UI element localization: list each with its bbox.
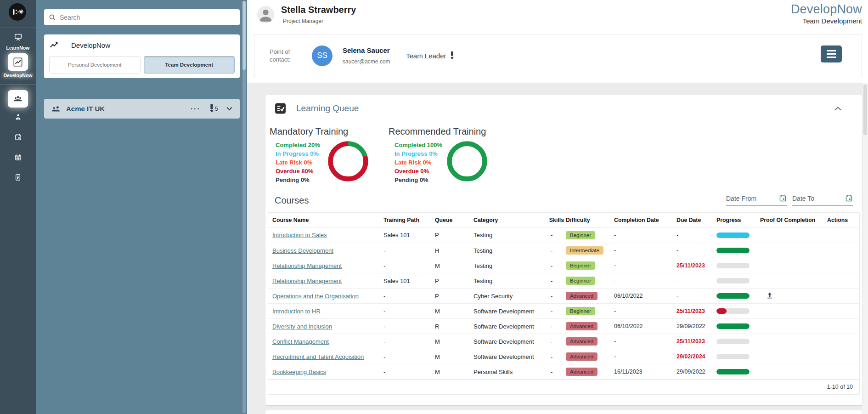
legend-late-risk: Late Risk 0% [276, 158, 323, 167]
team-row-acme-it-uk[interactable]: Acme IT UK ··· 5 [44, 99, 240, 119]
brand-subtitle: Team Development [791, 17, 862, 25]
training-path-cell: - [383, 293, 435, 300]
skills-cell: - [547, 293, 566, 300]
progress-bar [716, 339, 750, 344]
content-region: Learning Queue Mandatory TrainingComplet… [247, 83, 868, 414]
team-leader-medal-icon [450, 51, 455, 60]
table-row: Diversity and Inclusion - R Software Dev… [268, 318, 859, 334]
category-cell: Software Development [473, 308, 547, 315]
courses-title: Courses [275, 195, 309, 206]
vertical-scrollbar[interactable] [862, 83, 868, 414]
chevron-down-icon[interactable] [226, 107, 232, 111]
progress-bar [716, 233, 750, 238]
team-people-icon [8, 90, 28, 108]
training-path-cell: - [383, 247, 435, 254]
queue-cell: R [435, 323, 473, 330]
course-name-link[interactable]: Diversity and Inclusion [272, 323, 332, 330]
calendar-icon [14, 133, 22, 141]
course-name-link[interactable]: Introduction to HR [272, 308, 321, 315]
due-date-cell: 25/11/2023 [676, 308, 716, 314]
completion-date-cell: - [614, 338, 676, 345]
course-name-link[interactable]: Introduction to Sales [272, 232, 327, 238]
app-logo[interactable] [9, 3, 26, 21]
course-name-link[interactable]: Relationship Management [272, 278, 342, 284]
rail-item-developnow[interactable]: DevelopNow [0, 53, 36, 78]
column-header-queue: Queue [435, 217, 473, 223]
course-name-link[interactable]: Recruitment and Talent Acquisition [272, 353, 364, 360]
sidebar: DevelopNow Personal Development Team Dev… [36, 0, 247, 414]
rail-item-learnnow[interactable]: LearnNow [0, 33, 36, 51]
learning-queue-title: Learning Queue [296, 103, 359, 113]
progress-bar-fill [716, 233, 750, 238]
queue-cell: P [435, 278, 473, 284]
rail-item-documents[interactable] [0, 174, 36, 181]
legend-in-progress: In Progress 0% [395, 149, 442, 158]
course-name-link[interactable]: Relationship Management [272, 262, 342, 269]
difficulty-badge: Beginner [566, 261, 595, 270]
table-row: Bookkeeping Basics - M Personal Skills -… [268, 364, 859, 379]
brand-title: DevelopNow [791, 2, 862, 17]
category-cell: Personal Skills [473, 369, 547, 375]
toggle-team-development[interactable]: Team Development [144, 56, 235, 74]
nav-rail: LearnNow DevelopNow [0, 0, 36, 414]
course-name-link[interactable]: Business Development [272, 247, 333, 254]
app-root: LearnNow DevelopNow [0, 0, 868, 414]
donut-chart [326, 139, 370, 183]
team-menu-ellipsis[interactable]: ··· [191, 105, 201, 113]
due-date-cell: - [676, 247, 716, 254]
column-header-proof-of-completion: Proof Of Completion [760, 217, 827, 223]
main-area: Stella Strawberry Project Manager Develo… [247, 0, 868, 414]
difficulty-badge: Advanced [566, 292, 597, 300]
calendar-icon [779, 194, 787, 202]
toggle-personal-development[interactable]: Personal Development [49, 56, 141, 74]
rail-item-calendar[interactable] [0, 133, 36, 141]
collapse-section-button[interactable] [834, 107, 841, 111]
date-from-label: Date From [726, 195, 756, 202]
scrollbar-thumb[interactable] [863, 85, 867, 135]
queue-cell: M [435, 338, 473, 345]
team-medal-count[interactable]: 5 [209, 104, 218, 113]
sidebar-scrollbar-thumb[interactable] [242, 1, 246, 70]
legend-pending: Pending 0% [276, 176, 323, 184]
app-logo-icon [9, 3, 26, 21]
skills-cell: - [547, 353, 566, 360]
search-input[interactable] [60, 14, 235, 21]
menu-hamburger-button[interactable] [821, 45, 842, 62]
learning-queue-card: Learning Queue Mandatory TrainingComplet… [265, 95, 862, 405]
queue-cell: M [435, 369, 473, 375]
rail-item-trainer[interactable] [0, 113, 36, 121]
rail-item-team-development[interactable] [0, 90, 36, 108]
table-row: Recruitment and Talent Acquisition - M S… [268, 349, 859, 364]
column-header-completion-date: Completion Date [614, 217, 676, 223]
next-section-card-edge [265, 410, 862, 414]
chart-legend: Completed 100%In Progress 0%Late Risk 0%… [395, 139, 442, 184]
difficulty-badge: Beginner [566, 231, 595, 239]
category-cell: Testing [473, 232, 547, 238]
courses-table: Course NameTraining PathQueueCategorySki… [268, 212, 860, 395]
course-name-link[interactable]: Bookkeeping Basics [272, 369, 326, 375]
completion-date-cell: 06/10/2022 [614, 323, 676, 329]
date-from-field[interactable]: Date From [726, 194, 787, 206]
rail-item-schedule[interactable] [0, 153, 36, 161]
queue-cell: H [435, 247, 473, 254]
category-cell: Testing [473, 278, 547, 284]
upload-proof-icon[interactable] [766, 291, 774, 300]
training-path-cell: Sales 101 [383, 232, 435, 238]
difficulty-badge: Advanced [566, 337, 597, 346]
course-name-link[interactable]: Operations and the Organisation [272, 293, 359, 300]
course-name-link[interactable]: Conflict Management [272, 338, 329, 345]
progress-bar [716, 354, 750, 359]
pagination-label: 1-10 of 10 [268, 379, 859, 394]
developnow-panel: DevelopNow Personal Development Team Dev… [44, 34, 240, 78]
training-path-cell: - [383, 338, 435, 345]
table-body: Introduction to Sales Sales 101 P Testin… [268, 227, 859, 379]
legend-completed: Completed 100% [395, 141, 442, 149]
table-row: Introduction to HR - M Software Developm… [268, 303, 859, 318]
due-date-cell: 29/02/2024 [676, 353, 716, 360]
date-to-field[interactable]: Date To [792, 194, 853, 206]
progress-bar [716, 293, 750, 299]
table-row: Introduction to Sales Sales 101 P Testin… [268, 227, 859, 243]
contact-avatar-initials[interactable]: SS [312, 45, 333, 66]
due-date-cell: - [676, 278, 716, 284]
skills-cell: - [547, 323, 566, 330]
